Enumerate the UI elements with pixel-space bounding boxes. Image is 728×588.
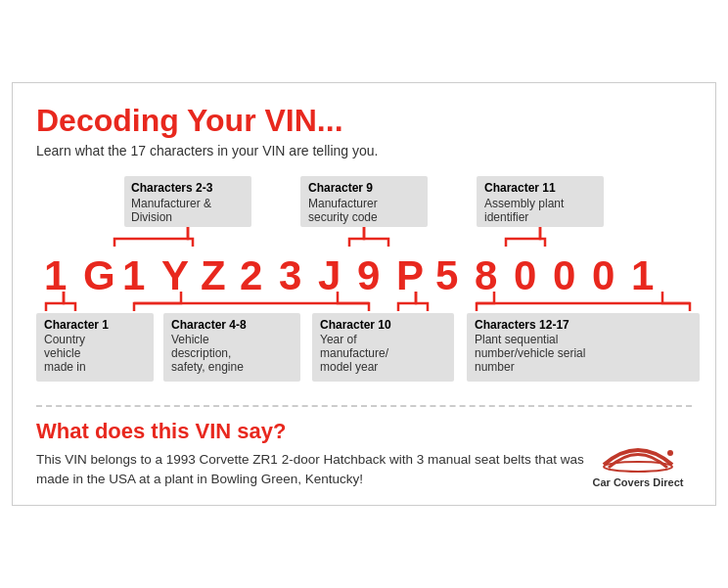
svg-text:5: 5 [435, 252, 458, 298]
svg-text:Manufacturer: Manufacturer [308, 197, 378, 210]
svg-text:3: 3 [279, 252, 301, 298]
main-title: Decoding Your VIN... [36, 103, 692, 139]
svg-text:number/vehicle serial: number/vehicle serial [475, 346, 585, 360]
svg-text:manufacture/: manufacture/ [320, 346, 389, 360]
svg-text:2: 2 [240, 252, 262, 298]
svg-text:Country: Country [44, 333, 85, 346]
svg-text:8: 8 [475, 252, 497, 298]
svg-text:1: 1 [122, 252, 145, 298]
bottom-section: What does this VIN say? This VIN belongs… [36, 419, 692, 490]
svg-text:vehicle: vehicle [44, 346, 81, 360]
logo-text: Car Covers Direct [584, 476, 692, 489]
svg-text:safety, engine: safety, engine [171, 360, 244, 374]
svg-text:Character 11: Character 11 [484, 181, 556, 195]
logo-line1: Car Covers Direct [584, 476, 692, 489]
svg-text:made in: made in [44, 360, 86, 374]
svg-text:number: number [475, 360, 515, 374]
svg-text:Character 10: Character 10 [320, 318, 391, 332]
svg-text:0: 0 [592, 252, 614, 298]
subtitle: Learn what the 17 characters in your VIN… [36, 143, 692, 158]
logo: Car Covers Direct [584, 433, 692, 489]
svg-text:G: G [83, 252, 115, 298]
svg-text:Plant sequential: Plant sequential [475, 333, 558, 346]
svg-text:model year: model year [320, 360, 378, 374]
svg-text:Characters 12-17: Characters 12-17 [475, 318, 569, 332]
svg-text:Character 4-8: Character 4-8 [171, 318, 247, 332]
svg-text:description,: description, [171, 346, 231, 360]
svg-text:0: 0 [514, 252, 536, 298]
svg-point-50 [604, 462, 672, 472]
svg-text:Vehicle: Vehicle [171, 333, 209, 346]
svg-text:Division: Division [131, 210, 172, 224]
svg-text:Character 1: Character 1 [44, 318, 109, 332]
svg-text:0: 0 [553, 252, 575, 298]
svg-text:Character 9: Character 9 [308, 181, 373, 195]
svg-text:P: P [396, 252, 424, 298]
svg-text:Y: Y [161, 252, 189, 298]
svg-text:Z: Z [201, 252, 226, 298]
svg-text:Manufacturer &: Manufacturer & [131, 197, 211, 210]
svg-text:security code: security code [308, 210, 378, 224]
svg-text:J: J [318, 252, 341, 298]
svg-text:Year of: Year of [320, 333, 357, 346]
vin-diagram: Characters 2-3 Manufacturer & Division C… [36, 174, 702, 389]
bottom-text: What does this VIN say? This VIN belongs… [36, 419, 584, 490]
question-title: What does this VIN say? [36, 419, 584, 444]
description-text: This VIN belongs to a 1993 Corvette ZR1 … [36, 450, 584, 490]
card: Decoding Your VIN... Learn what the 17 c… [12, 82, 716, 507]
svg-text:1: 1 [631, 252, 654, 298]
svg-text:Assembly plant: Assembly plant [484, 197, 565, 210]
logo-icon [594, 433, 682, 473]
svg-text:identifier: identifier [484, 210, 528, 224]
divider [36, 405, 692, 407]
svg-point-51 [667, 450, 673, 456]
vin-section: Characters 2-3 Manufacturer & Division C… [36, 174, 692, 389]
svg-text:9: 9 [357, 252, 380, 298]
svg-text:1: 1 [44, 252, 67, 298]
svg-text:Characters 2-3: Characters 2-3 [131, 181, 213, 195]
